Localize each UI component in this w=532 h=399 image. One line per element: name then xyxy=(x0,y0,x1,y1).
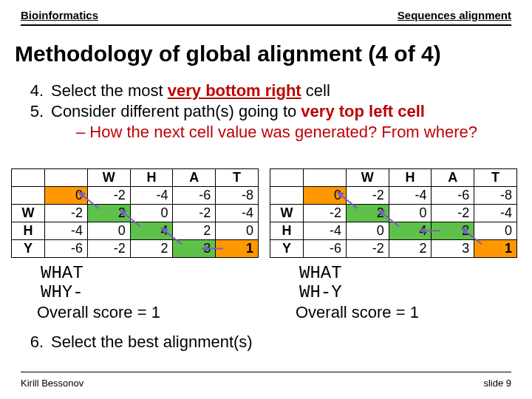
cell-hi: 3 xyxy=(173,240,216,258)
rowhdr-W: W xyxy=(270,205,304,222)
colhdr-T: T xyxy=(474,169,517,187)
cell: -2 xyxy=(304,205,347,222)
step-6-text: Select the best alignment(s) xyxy=(51,332,253,351)
cell: 3 xyxy=(432,240,474,258)
cell: -2 xyxy=(432,205,474,222)
footer-right: slide 9 xyxy=(483,378,511,389)
header-left: Bioinformatics xyxy=(21,9,98,21)
colhdr-T: T xyxy=(216,169,259,187)
footer-left: Kirill Bessonov xyxy=(21,378,83,389)
step-4-text-b: cell xyxy=(301,81,330,100)
cell: -4 xyxy=(474,205,517,222)
step-6: 6.Select the best alignment(s) xyxy=(24,332,253,352)
rowhdr-H: H xyxy=(270,222,304,240)
cell-final: 1 xyxy=(216,240,259,258)
step-4-text-a: Select the most xyxy=(51,81,168,100)
cell-hi: 4 xyxy=(389,222,432,240)
cell: -2 xyxy=(346,187,389,205)
step-5-text-a: Consider different path(s) going to xyxy=(51,102,301,120)
cell: -8 xyxy=(474,187,517,205)
step-5-num: 5. xyxy=(24,102,44,121)
cell: -6 xyxy=(304,240,347,258)
align-b-2: WH-Y xyxy=(299,283,517,302)
cell: 2 xyxy=(173,222,216,240)
cell: -2 xyxy=(346,240,389,258)
footer-rule xyxy=(21,372,511,372)
align-a-1: WHAT xyxy=(41,264,259,283)
header-right: Sequences alignment xyxy=(398,9,511,21)
cell: 2 xyxy=(130,240,173,258)
panel-right: W H A T 0 -2 -4 -6 -8 W -2 2 0 xyxy=(270,168,517,322)
colhdr-W: W xyxy=(87,169,130,187)
score-b: Overall score = 1 xyxy=(296,303,517,322)
cell: -4 xyxy=(130,187,173,205)
cell: 0 xyxy=(130,205,173,222)
cell: -4 xyxy=(304,222,347,240)
step-5-sub: How the next cell value was generated? F… xyxy=(76,123,510,142)
rowhdr-Y: Y xyxy=(270,240,304,258)
cell: -4 xyxy=(45,222,88,240)
colhdr-A: A xyxy=(432,169,474,187)
header-rule xyxy=(21,24,511,26)
cell: -6 xyxy=(45,240,88,258)
step-4-num: 4. xyxy=(24,81,44,100)
colhdr-A: A xyxy=(173,169,216,187)
cell: 0 xyxy=(389,205,432,222)
step-4-emph: very bottom right xyxy=(168,81,301,100)
cell: 0 xyxy=(216,222,259,240)
cell: -4 xyxy=(389,187,432,205)
score-a: Overall score = 1 xyxy=(37,303,259,322)
cell-00: 0 xyxy=(304,187,347,205)
page-title: Methodology of global alignment (4 of 4) xyxy=(15,41,441,66)
cell: -2 xyxy=(173,205,216,222)
panel-left: W H A T 0 -2 -4 -6 -8 W -2 2 0 xyxy=(11,168,259,322)
cell: 2 xyxy=(389,240,432,258)
cell-final: 1 xyxy=(474,240,517,258)
cell: -8 xyxy=(216,187,259,205)
cell-00: 0 xyxy=(45,187,88,205)
cell: 0 xyxy=(474,222,517,240)
cell: -6 xyxy=(173,187,216,205)
cell-hi: 2 xyxy=(346,205,389,222)
cell-hi: 2 xyxy=(87,205,130,222)
cell: -6 xyxy=(432,187,474,205)
rowhdr-Y: Y xyxy=(12,240,45,258)
cell: -4 xyxy=(216,205,259,222)
colhdr-W: W xyxy=(346,169,389,187)
rowhdr-W: W xyxy=(12,205,45,222)
step-4: 4.Select the most very bottom right cell xyxy=(24,81,510,100)
step-5-emph: very top left cell xyxy=(301,102,425,120)
cell: -2 xyxy=(87,187,130,205)
cell: 0 xyxy=(346,222,389,240)
align-a-2: WHY- xyxy=(41,283,259,302)
cell: -2 xyxy=(87,240,130,258)
align-b-1: WHAT xyxy=(299,264,517,283)
cell: 0 xyxy=(87,222,130,240)
colhdr-H: H xyxy=(130,169,173,187)
colhdr-H: H xyxy=(389,169,432,187)
cell-hi: 2 xyxy=(432,222,474,240)
step-6-num: 6. xyxy=(24,332,44,352)
dp-matrix-right: W H A T 0 -2 -4 -6 -8 W -2 2 0 xyxy=(270,168,517,258)
cell-hi: 4 xyxy=(130,222,173,240)
cell: -2 xyxy=(45,205,88,222)
rowhdr-H: H xyxy=(12,222,45,240)
step-5: 5.Consider different path(s) going to ve… xyxy=(24,102,510,121)
dp-matrix-left: W H A T 0 -2 -4 -6 -8 W -2 2 0 xyxy=(11,168,259,258)
